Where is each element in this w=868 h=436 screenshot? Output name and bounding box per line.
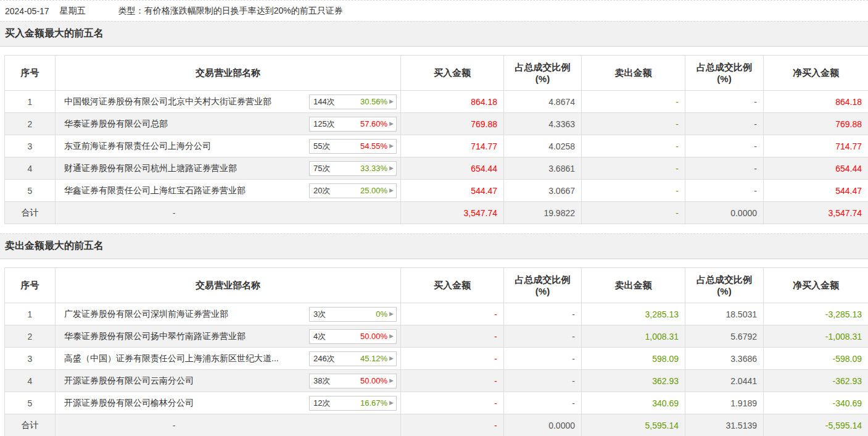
table-row: 2 华泰证券股份有限公司扬中翠竹南路证券营业部4次50.00%▶ - - 1,0…	[5, 325, 868, 348]
ranking-count-badge[interactable]: 3次0%▶	[309, 307, 397, 322]
expand-arrow-icon: ▶	[389, 143, 394, 149]
seq-cell: 1	[5, 303, 56, 325]
buy-amount-cell: 654.44	[401, 157, 504, 180]
buy-amount-cell: -	[401, 348, 504, 370]
sell-pct-cell: 31.5139	[685, 414, 764, 436]
total-name-cell: -	[56, 414, 401, 436]
sell-pct-cell: 2.0441	[685, 370, 764, 392]
ranking-count-badge[interactable]: 246次45.12%▶	[309, 351, 397, 366]
broker-name: 华泰证券股份有限公司扬中翠竹南路证券营业部	[64, 331, 309, 342]
broker-name: 中国银河证券股份有限公司北京中关村大街证券营业部	[64, 96, 309, 107]
buy-pct-cell: 3.6861	[504, 157, 582, 180]
ranking-count-badge[interactable]: 12次16.67%▶	[309, 396, 397, 411]
sell-amount-cell: -	[582, 91, 685, 113]
ranking-count: 4次	[313, 331, 326, 342]
seq-cell: 1	[5, 91, 56, 113]
net-amount-cell: 654.44	[764, 157, 868, 180]
win-rate: 16.67%	[360, 398, 387, 408]
sell-pct-cell: 3.3686	[685, 348, 764, 370]
buy-pct-cell: 4.8674	[504, 91, 582, 113]
net-amount-cell: 544.47	[764, 180, 868, 202]
table-row: 4 开源证券股份有限公司云南分公司38次50.00%▶ - - 362.93 2…	[5, 370, 868, 392]
total-label-cell: 合计	[5, 414, 56, 436]
ranking-count-badge[interactable]: 20次25.00%▶	[309, 183, 397, 198]
buy-pct-cell: 0.0000	[504, 414, 582, 436]
net-amount-cell: 3,547.74	[764, 202, 868, 224]
buy-amount-cell: 864.18	[401, 91, 504, 113]
sell-amount-cell: 598.09	[582, 348, 685, 370]
list-type-label: 类型：有价格涨跌幅限制的日换手率达到20%的前五只证券	[118, 6, 343, 17]
col-header-seq: 序号	[5, 268, 56, 303]
weekday-label: 星期五	[60, 6, 86, 17]
buy-pct-cell: 4.3363	[504, 113, 582, 135]
buy-amount-cell: 3,547.74	[401, 202, 504, 224]
ranking-count-badge[interactable]: 125次57.60%▶	[309, 117, 397, 132]
expand-arrow-icon: ▶	[389, 188, 394, 193]
broker-name: 开源证券股份有限公司云南分公司	[64, 375, 309, 387]
seq-cell: 3	[5, 135, 56, 157]
broker-name-cell: 东亚前海证券有限责任公司上海分公司55次54.55%▶	[56, 135, 401, 157]
sell-amount-cell: -	[582, 113, 685, 135]
win-rate: 54.55%	[360, 141, 387, 151]
broker-name-cell: 开源证券股份有限公司云南分公司38次50.00%▶	[56, 370, 401, 392]
sell-amount-cell: 5,595.14	[582, 414, 685, 436]
seq-cell: 5	[5, 180, 56, 202]
buy-pct-cell: 19.9822	[504, 202, 582, 224]
col-header-sell-amount: 卖出金额	[582, 56, 685, 91]
col-header-sell-amount: 卖出金额	[582, 268, 685, 303]
buy-amount-cell: -	[401, 370, 504, 392]
buy-amount-cell: 544.47	[401, 180, 504, 202]
ranking-count-badge[interactable]: 38次50.00%▶	[309, 374, 397, 388]
broker-name-cell: 中国银河证券股份有限公司北京中关村大街证券营业部144次30.56%▶	[56, 91, 401, 113]
section-title-sell: 卖出金额最大的前五名	[0, 233, 868, 259]
date-label: 2024-05-17	[5, 6, 49, 16]
win-rate: 50.00%	[360, 332, 387, 341]
expand-arrow-icon: ▶	[389, 333, 394, 339]
col-header-buy-amount: 买入金额	[401, 56, 504, 91]
ranking-count-badge[interactable]: 55次54.55%▶	[309, 139, 397, 154]
sell-pct-cell: 0.0000	[685, 202, 764, 224]
ranking-count-badge[interactable]: 75次33.33%▶	[309, 161, 397, 176]
ranking-count: 3次	[313, 309, 326, 320]
section-title-buy: 买入金额最大的前五名	[0, 21, 868, 47]
sell-pct-cell: -	[685, 180, 764, 202]
sell-amount-cell: 1,008.31	[582, 325, 685, 348]
net-amount-cell: -340.69	[764, 392, 868, 414]
buy-pct-cell: 4.0258	[504, 135, 582, 157]
buy-amount-cell: -	[401, 325, 504, 348]
sell-pct-cell: 5.6792	[685, 325, 764, 348]
table-row: 3 高盛（中国）证券有限责任公司上海浦东新区世纪大道...246次45.12%▶…	[5, 348, 868, 370]
ranking-count-badge[interactable]: 4次50.00%▶	[309, 329, 397, 344]
seq-cell: 2	[5, 325, 56, 348]
total-row: 合计 - - 0.0000 5,595.14 31.5139 -5,595.14	[5, 414, 868, 436]
sell-pct-cell: 1.9189	[685, 392, 764, 414]
win-rate: 57.60%	[360, 119, 387, 128]
win-rate: 25.00%	[360, 186, 387, 195]
net-amount-cell: 864.18	[764, 91, 868, 113]
broker-name: 财通证券股份有限公司杭州上塘路证券营业部	[64, 163, 309, 174]
buy-pct-cell: -	[504, 325, 582, 348]
total-row: 合计 - 3,547.74 19.9822 - 0.0000 3,547.74	[5, 202, 868, 224]
win-rate: 0%	[376, 309, 387, 319]
broker-name: 广发证券股份有限公司深圳前海证券营业部	[64, 309, 309, 320]
table-row: 4 财通证券股份有限公司杭州上塘路证券营业部75次33.33%▶ 654.44 …	[5, 157, 868, 180]
broker-name-cell: 广发证券股份有限公司深圳前海证券营业部3次0%▶	[56, 303, 401, 325]
ranking-count: 20次	[313, 185, 330, 196]
section-title-text: 卖出金额最大的前五名	[5, 240, 104, 253]
col-header-net-amount: 净买入金额	[764, 268, 868, 303]
expand-arrow-icon: ▶	[389, 99, 394, 104]
buy-amount-cell: -	[401, 303, 504, 325]
col-header-buy-pct: 占总成交比例(%)	[504, 56, 582, 91]
broker-name: 高盛（中国）证券有限责任公司上海浦东新区世纪大道...	[64, 353, 309, 364]
buy-pct-cell: -	[504, 392, 582, 414]
net-amount-cell: -1,008.31	[764, 325, 868, 348]
sell-amount-cell: -	[582, 135, 685, 157]
ranking-count-badge[interactable]: 144次30.56%▶	[309, 94, 397, 109]
sell-pct-cell: -	[685, 157, 764, 180]
seq-cell: 5	[5, 392, 56, 414]
net-amount-cell: -5,595.14	[764, 414, 868, 436]
total-label-cell: 合计	[5, 202, 56, 224]
table-row: 3 东亚前海证券有限责任公司上海分公司55次54.55%▶ 714.77 4.0…	[5, 135, 868, 157]
ranking-count: 125次	[313, 119, 335, 130]
table-row: 5 华鑫证券有限责任公司上海红宝石路证券营业部20次25.00%▶ 544.47…	[5, 180, 868, 202]
